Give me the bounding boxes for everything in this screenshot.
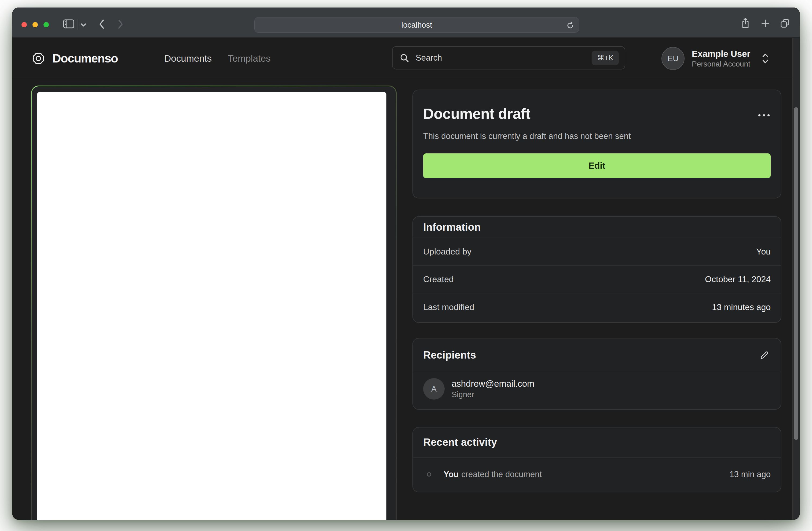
- activity-actor: You: [444, 470, 459, 479]
- info-label: Uploaded by: [423, 247, 472, 257]
- account-text: Example User Personal Account: [692, 48, 750, 69]
- recipients-card: Recipients A ashdrew@email.com Signer: [412, 338, 781, 410]
- information-card: Information Uploaded by You Created Octo…: [412, 216, 781, 323]
- info-value: 13 minutes ago: [712, 302, 771, 312]
- recent-activity-title: Recent activity: [423, 436, 497, 448]
- nav-item-documents[interactable]: Documents: [164, 53, 212, 64]
- draft-status-text: This document is currently a draft and h…: [423, 131, 771, 141]
- main-nav: Documents Templates: [164, 38, 271, 79]
- scrollbar-thumb[interactable]: [794, 107, 798, 440]
- recipient-details: ashdrew@email.com Signer: [452, 378, 535, 400]
- chevrons-up-down-icon: [762, 53, 769, 64]
- search-placeholder: Search: [416, 53, 442, 63]
- information-title: Information: [423, 221, 481, 233]
- pencil-icon: [759, 350, 769, 360]
- search-shortcut-badge: ⌘+K: [592, 51, 619, 65]
- info-value: You: [756, 247, 771, 257]
- chevron-left-icon: [99, 19, 105, 29]
- search-icon: [400, 53, 409, 63]
- refresh-button[interactable]: [565, 20, 575, 30]
- info-row-uploaded-by: Uploaded by You: [413, 238, 781, 266]
- recipient-role: Signer: [452, 390, 535, 400]
- info-row-last-modified: Last modified 13 minutes ago: [413, 293, 781, 321]
- avatar: EU: [662, 47, 684, 70]
- account-menu-button[interactable]: EU Example User Personal Account: [662, 46, 769, 71]
- page-title: Document draft: [423, 106, 530, 122]
- info-label: Created: [423, 274, 454, 284]
- brand-name: Documenso: [52, 51, 118, 65]
- desktop-background: { "browser": { "url": "localhost" }, "he…: [0, 0, 812, 531]
- browser-window: localhost: [12, 8, 800, 520]
- chevron-right-icon: [117, 19, 124, 29]
- activity-bullet-icon: [427, 472, 431, 476]
- edit-recipients-button[interactable]: [758, 348, 771, 362]
- scrollbar-track[interactable]: [793, 38, 800, 520]
- share-button[interactable]: [738, 17, 752, 29]
- chevron-down-icon: [81, 23, 86, 27]
- app-header: Documenso Documents Templates Search ⌘+K…: [12, 38, 793, 79]
- account-name: Example User: [692, 48, 750, 59]
- back-button[interactable]: [98, 19, 106, 29]
- document-preview-inner: [32, 86, 396, 520]
- documenso-logo-icon: [31, 51, 46, 66]
- new-tab-button[interactable]: [759, 18, 772, 29]
- sidebar-toggle-button[interactable]: [62, 18, 75, 29]
- search-input[interactable]: Search ⌘+K: [392, 46, 625, 70]
- document-menu-button[interactable]: [757, 113, 771, 117]
- traffic-minimize-button[interactable]: [32, 22, 38, 27]
- recipient-email: ashdrew@email.com: [452, 378, 535, 390]
- nav-item-templates[interactable]: Templates: [228, 53, 271, 64]
- forward-button[interactable]: [116, 19, 125, 29]
- sidebar-icon: [63, 19, 74, 28]
- document-preview-frame: [31, 86, 396, 520]
- info-label: Last modified: [423, 302, 474, 312]
- recipient-avatar: A: [423, 378, 445, 400]
- info-row-created: Created October 11, 2024: [413, 266, 781, 293]
- ellipsis-icon: [758, 114, 760, 116]
- toolbar-divider: [77, 19, 78, 30]
- refresh-icon: [566, 21, 575, 29]
- traffic-close-button[interactable]: [21, 22, 27, 27]
- activity-action: created the document: [461, 470, 542, 479]
- plus-icon: [761, 19, 770, 28]
- edit-button[interactable]: Edit: [423, 153, 771, 178]
- main-content: Document draft This document is currentl…: [12, 79, 800, 520]
- document-draft-card: Document draft This document is currentl…: [412, 90, 781, 198]
- address-bar-url: localhost: [402, 21, 432, 29]
- documenso-app: Documenso Documents Templates Search ⌘+K…: [12, 38, 800, 520]
- share-icon: [741, 17, 750, 29]
- browser-toolbar: localhost: [12, 8, 800, 38]
- address-bar[interactable]: localhost: [255, 17, 579, 33]
- brand[interactable]: Documenso: [31, 38, 118, 79]
- draft-card-header: Document draft: [423, 106, 771, 122]
- recent-activity-card: Recent activity You created the document…: [412, 427, 781, 492]
- activity-time: 13 min ago: [730, 470, 771, 479]
- sidebar-menu-chevron[interactable]: [80, 23, 87, 27]
- recipient-row: A ashdrew@email.com Signer: [413, 372, 781, 400]
- info-value: October 11, 2024: [705, 274, 771, 284]
- recipients-title: Recipients: [423, 349, 476, 361]
- account-type: Personal Account: [692, 59, 750, 69]
- tab-overview-button[interactable]: [778, 18, 792, 29]
- activity-item: You created the document 13 min ago: [413, 458, 781, 491]
- tabs-icon: [780, 18, 790, 28]
- traffic-zoom-button[interactable]: [43, 22, 49, 27]
- document-page: [37, 92, 387, 520]
